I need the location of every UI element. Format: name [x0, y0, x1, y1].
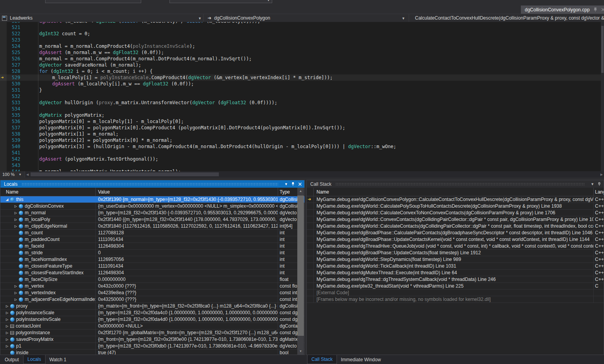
stack-frame-9[interactable]: MyGame.debug.exe!dgWorld::StepDynamics(f… — [307, 256, 604, 263]
expand-icon[interactable]: ▷ — [13, 291, 18, 295]
code-line-534[interactable]: 534 — [0, 106, 604, 112]
locals-row-inside[interactable]: insidetrue (47)bool — [0, 350, 304, 355]
stack-frame-8[interactable]: MyGame.debug.exe!dgBroadPhase::UpdateCon… — [307, 250, 604, 256]
code-line-538[interactable]: 538polygonMatrix[1] = m_normal; — [0, 131, 604, 137]
tab-watch-1[interactable]: Watch 1 — [45, 355, 71, 364]
variable-value-cell[interactable]: {m_type={m128_f32=0x2f3f1430 {-0.0393572… — [96, 210, 278, 216]
call-stack-title-bar[interactable]: Call Stack ▼ — [307, 180, 604, 188]
locals-row-m_vertex[interactable]: ▷m_vertex0x432c0000 {???}const flo — [0, 283, 304, 290]
code-line-535[interactable]: 535dgMatrix polygonMatrix; — [0, 112, 604, 118]
variable-value-cell[interactable]: 0x43250000 {???} — [96, 296, 278, 302]
code-line-526[interactable]: 526m_normal = m_normal.CompProduct4(m_no… — [0, 56, 604, 62]
variable-value-cell[interactable]: 1111091434 — [96, 236, 278, 243]
tab-output[interactable]: Output — [1, 355, 23, 364]
locals-row-dgCollisionConvex[interactable]: ▷dgCollisionConvex{m_userData=0x00000000… — [0, 203, 304, 210]
locals-row-savedProxyMatrix[interactable]: ▷savedProxyMatrix{m_front={m_type={m128_… — [0, 336, 304, 343]
stack-frame-10[interactable]: MyGame.debug.exe!dgWorld::TickCallback(i… — [307, 263, 604, 270]
type-dropdown[interactable]: ➜ dgCollisionConvexPolygon ▼ — [204, 14, 409, 22]
variable-value-cell[interactable]: 0x2f3f1390 {m_normal={m_type={m128_f32=0… — [96, 196, 278, 203]
stack-frame-12[interactable]: MyGame.debug.exe!dgThread::dgThreadSyste… — [307, 276, 604, 283]
column-header-name[interactable]: Name — [0, 188, 96, 196]
variable-value-cell[interactable]: 0x4239e8ea {???} — [96, 290, 278, 296]
code-line-530[interactable]: 530dgAssert (m_localPoly[i].m_w == dgFlo… — [0, 81, 604, 87]
locals-row-m_count[interactable]: m_count1127088128int — [0, 230, 304, 236]
locals-row-m_faceClipSize[interactable]: m_faceClipSize0.000000000float — [0, 276, 304, 283]
locals-row-m_localPoly[interactable]: ▷m_localPoly0x2f3f1440 {{m_type={m128_f3… — [0, 216, 304, 223]
variable-value-cell[interactable]: 1127088128 — [96, 230, 278, 236]
locals-row-m_closestFeatureStartIndex[interactable]: m_closestFeatureStartIndex1126498304int — [0, 270, 304, 276]
editor-horizontal-scrollbar[interactable]: ◀ ▶ — [25, 171, 604, 177]
locals-row-m_faceNormalIndex[interactable]: m_faceNormalIndex1126957056int — [0, 256, 304, 263]
collapse-icon[interactable]: ◢ — [4, 197, 10, 201]
stack-frame-6[interactable]: MyGame.debug.exe!dgBroadPhase::UpdateCon… — [307, 236, 604, 243]
column-header-lang[interactable]: Lang — [594, 188, 604, 196]
editor-vertical-scrollbar[interactable] — [601, 22, 604, 171]
project-dropdown[interactable]: Leadwerks ▼ — [0, 14, 204, 22]
variable-value-cell[interactable]: 1126498304 — [96, 243, 278, 249]
window-position-icon[interactable]: ▼ — [591, 182, 594, 186]
expand-icon[interactable]: ▷ — [4, 344, 10, 348]
stack-frame-3[interactable]: MyGame.debug.exe!dgWorld::ConvexContacts… — [307, 216, 604, 223]
expand-icon[interactable]: ▷ — [4, 304, 10, 308]
locals-row-polygonInstance[interactable]: ▷polygonInstance0x2f3f1270 {m_globalMatr… — [0, 330, 304, 336]
code-line-540[interactable]: 540polygonMatrix[3] = (hullOrigin - m_no… — [0, 143, 604, 150]
code-line-533[interactable]: 533dgVector hullOrigin (proxy.m_matrix.U… — [0, 100, 604, 106]
stack-frame-2[interactable]: MyGame.debug.exe!dgWorld::CalculateConve… — [307, 210, 604, 216]
pin-icon[interactable] — [291, 182, 295, 187]
stack-frame-11[interactable]: MyGame.debug.exe!dgMutexThread::Execute(… — [307, 270, 604, 276]
locals-row-m_clippEdgeNormal[interactable]: ▷m_clippEdgeNormal0x2f3f1840 {1127612416… — [0, 223, 304, 230]
variable-value-cell[interactable]: {m_matrix={m_front={m_type={m128_f32=0x2… — [96, 303, 278, 309]
editor-zoom-dropdown[interactable]: 100 % ▼ — [0, 171, 25, 177]
locals-row-contactJoint[interactable]: ▷contactJoint0x00000000 <NULL>dgConta — [0, 323, 304, 330]
scroll-down-icon[interactable]: ▼ — [297, 348, 304, 355]
code-line-542[interactable]: 542dgAssert (polygonMatrix.TestOrthogona… — [0, 156, 604, 162]
tab-locals[interactable]: Locals — [23, 355, 45, 364]
locals-title-bar[interactable]: Locals ▼ — [0, 180, 304, 188]
variable-value-cell[interactable]: 0x2f3f1840 {1127612416, 1110585026, 1127… — [96, 223, 278, 229]
code-line-532[interactable]: 532 — [0, 93, 604, 100]
variable-value-cell[interactable]: {m_type={m128_f32=0x2f0da4d0 {1.00000000… — [96, 316, 278, 322]
locals-row-m_normal[interactable]: ▷m_normal{m_type={m128_f32=0x2f3f1430 {-… — [0, 210, 304, 216]
column-header-name[interactable]: Name — [314, 188, 594, 196]
expand-icon[interactable]: ▷ — [4, 324, 10, 328]
stack-frame-13[interactable]: MyGame.debug.exe!ptw32_threadStart(void … — [307, 283, 604, 290]
variable-value-cell[interactable]: 1126957056 — [96, 256, 278, 263]
code-line-544[interactable]: 544m_normal = polygonMatrix.UnrotateVect… — [0, 168, 604, 171]
expand-icon[interactable]: ▷ — [13, 284, 18, 288]
column-header-value[interactable]: Value — [96, 188, 278, 196]
locals-row-polyInstanceInvScale[interactable]: ▷polyInstanceInvScale{m_type={m128_f32=0… — [0, 316, 304, 323]
toolbar-combo-2[interactable]: ▼ — [169, 0, 272, 3]
toolbar-combo-1[interactable] — [45, 0, 141, 3]
variable-value-cell[interactable]: 0x432c0000 {???} — [96, 283, 278, 289]
scrollbar-thumb[interactable] — [31, 172, 219, 176]
code-line-524[interactable]: 524m_normal = m_normal.CompProduct4(poly… — [0, 43, 604, 49]
variable-value-cell[interactable]: 0 — [96, 250, 278, 256]
expand-icon[interactable]: ▷ — [13, 218, 18, 221]
window-position-icon[interactable]: ▼ — [284, 182, 288, 186]
tab-immediate-window[interactable]: Immediate Window — [337, 355, 385, 364]
expand-icon[interactable]: ▷ — [4, 338, 10, 341]
scrollbar-thumb[interactable] — [601, 26, 604, 73]
code-line-539[interactable]: 539polygonMatrix[2] = polygonMatrix[0] *… — [0, 137, 604, 143]
locals-row-m_stride[interactable]: m_stride0int — [0, 250, 304, 256]
stack-frame-15[interactable]: [Frames below may be incorrect and/or mi… — [307, 296, 604, 303]
expand-icon[interactable]: ▷ — [13, 211, 18, 215]
scrollbar-thumb[interactable] — [297, 196, 304, 336]
locals-row-p1[interactable]: ▷p1{m_type={m128_f32=0x2f3f0db0 {1.74213… — [0, 343, 304, 350]
variable-value-cell[interactable]: 0x00000000 <NULL> — [96, 323, 278, 329]
stack-frame-7[interactable]: MyGame.debug.exe!dgThreadHive::QueueJob(… — [307, 243, 604, 250]
stack-frame-14[interactable]: [External Code] — [307, 290, 604, 296]
code-line-531[interactable]: 531} — [0, 87, 604, 93]
code-line-525[interactable]: 525dgAssert (m_normal.m_w == dgFloat32 (… — [0, 49, 604, 56]
tab-dgcollisionconvexpolygon-cpp[interactable]: dgCollisionConvexPolygon.cpp — [521, 5, 604, 14]
locals-row-polyInstanceScale[interactable]: ▷polyInstanceScale{m_type={m128_f32=0x2f… — [0, 310, 304, 316]
variable-value-cell[interactable]: {m_front={m_type={m128_f32=0x2f3f0e00 {1… — [96, 336, 278, 342]
pin-icon[interactable] — [593, 7, 597, 12]
locals-row-this[interactable]: ◢this0x2f3f1390 {m_normal={m_type={m128_… — [0, 196, 304, 203]
locals-vertical-scrollbar[interactable]: ▲ ▼ — [297, 188, 304, 355]
variable-value-cell[interactable]: 0x2f3f1440 {{m_type={m128_f32=0x2f3f1440… — [96, 216, 278, 223]
member-dropdown[interactable]: CalculateContactToConvexHullDescrete(dgC… — [409, 14, 604, 22]
expand-icon[interactable]: ▷ — [4, 318, 10, 321]
locals-row-m_vertexIndex[interactable]: ▷m_vertexIndex0x4239e8ea {???}const int — [0, 290, 304, 296]
stack-frame-5[interactable]: MyGame.debug.exe!dgBroadPhase::Calculate… — [307, 230, 604, 236]
